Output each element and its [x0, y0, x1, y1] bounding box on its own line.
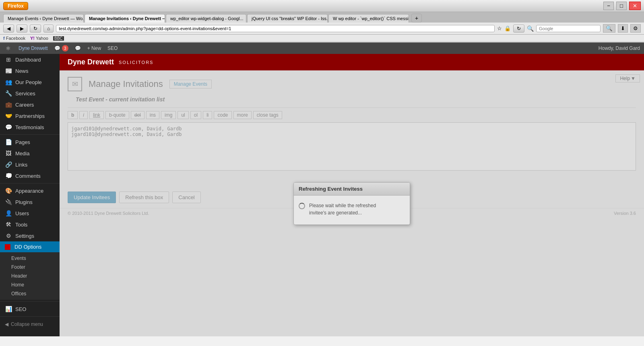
google-icon: 🔍 [527, 25, 534, 32]
close-button[interactable]: ✕ [629, 2, 641, 10]
careers-icon: 💼 [5, 101, 12, 108]
collapse-menu-button[interactable]: ◀ Collapse menu [0, 318, 60, 330]
brand-bar: Dyne Drewett SOLICITORS [60, 54, 644, 70]
users-icon: 👤 [5, 210, 12, 216]
sidebar-item-links[interactable]: 🔗 Links [0, 159, 60, 170]
comments-icon-bar[interactable]: 💬 3 [54, 45, 68, 51]
sidebar-item-partnerships[interactable]: 🤝 Partnerships [0, 110, 60, 122]
sidebar-item-services[interactable]: 🔧 Services [0, 88, 60, 99]
sidebar-sub-events[interactable]: Events [0, 254, 60, 263]
sidebar-sub-footer[interactable]: Footer [0, 263, 60, 272]
wp-admin: ⚛ Dyne Drewett 💬 3 💬 + New SEO Howdy, Da… [0, 43, 644, 336]
seo-button[interactable]: SEO [107, 45, 118, 51]
bookmark-facebook[interactable]: f Facebook [3, 36, 25, 41]
sidebar-item-our-people[interactable]: 👥 Our People [0, 76, 60, 88]
wp-sidebar: ⊞ Dashboard 📰 News 👥 Our People 🔧 Servic… [0, 54, 60, 336]
tab-label: wp_editor wp-widget-dialog - Googl... [170, 16, 244, 21]
sidebar-item-plugins[interactable]: 🔌 Plugins [0, 196, 60, 208]
bbc-icon: BBC [53, 36, 64, 41]
settings-icon: ⚙ [5, 233, 12, 239]
sidebar-item-users[interactable]: 👤 Users [0, 208, 60, 219]
reload-button[interactable]: ↻ [513, 25, 524, 33]
tab-label: Manage Invitations ‹ Dyne Drewett — ... [89, 16, 165, 21]
forward-button[interactable]: ▶ [17, 25, 27, 33]
facebook-icon: f [3, 36, 5, 41]
new-tab-button[interactable]: + [411, 14, 422, 23]
security-icon: 🔒 [504, 25, 511, 31]
sidebar-item-label: News [15, 68, 29, 74]
browser-titlebar: Firefox − □ ✕ [0, 0, 644, 12]
sidebar-item-pages[interactable]: 📄 Pages [0, 136, 60, 148]
sidebar-item-label: Pages [15, 139, 30, 145]
browser-chrome: Firefox − □ ✕ Manage Events ‹ Dyne Drewe… [0, 0, 644, 43]
sidebar-sub-offices[interactable]: Offices [0, 289, 60, 298]
tab-manage-invitations[interactable]: Manage Invitations ‹ Dyne Drewett — ... … [85, 14, 165, 23]
sidebar-item-careers[interactable]: 💼 Careers [0, 99, 60, 110]
address-input[interactable] [56, 25, 495, 32]
plugins-icon: 🔌 [5, 199, 12, 205]
search-button[interactable]: 🔍 [603, 24, 615, 33]
tab-jquery-ui[interactable]: jQuery UI css "breaks" WP Editor - Iss..… [247, 14, 328, 23]
sidebar-item-label: Comments [15, 173, 41, 179]
browser-addressbar: ◀ ▶ ↻ ⌂ ☆ 🔒 ↻ 🔍 🔍 ⬇ ⚙ [0, 23, 644, 35]
appearance-icon: 🎨 [5, 187, 12, 194]
partnerships-icon: 🤝 [5, 113, 12, 119]
sidebar-item-label: Users [15, 210, 29, 216]
maximize-button[interactable]: □ [616, 2, 627, 10]
sidebar-item-label: Media [15, 150, 29, 157]
sidebar-item-seo[interactable]: 📊 SEO [0, 303, 60, 315]
sidebar-item-tools[interactable]: 🛠 Tools [0, 219, 60, 230]
brand-subtitle: SOLICITORS [119, 60, 153, 65]
sidebar-item-dashboard[interactable]: ⊞ Dashboard [0, 54, 60, 65]
sidebar-item-appearance[interactable]: 🎨 Appearance [0, 185, 60, 196]
sidebar-item-label: Careers [15, 102, 34, 108]
firefox-button[interactable]: Firefox [3, 2, 28, 10]
bookmark-bbc[interactable]: BBC [53, 36, 64, 41]
new-button[interactable]: + New [87, 45, 101, 51]
yahoo-icon: Y! [30, 36, 35, 41]
sidebar-item-label: Tools [15, 222, 27, 228]
sidebar-sub-home[interactable]: Home [0, 280, 60, 289]
seo-icon: 📊 [5, 306, 12, 312]
toolbar-button[interactable]: ⚙ [630, 24, 641, 33]
minimize-button[interactable]: − [603, 2, 614, 10]
tab-manage-events[interactable]: Manage Events ‹ Dyne Drewett — Wo... ✕ [3, 14, 84, 23]
sidebar-item-label: Appearance [15, 188, 43, 194]
dialog-message: Please wait while the refreshed invitee'… [309, 202, 376, 216]
sidebar-item-label: Partnerships [15, 113, 45, 119]
dd-options-icon [5, 244, 10, 250]
sidebar-item-testimonials[interactable]: 💬 Testimonials [0, 122, 60, 133]
search-input[interactable] [536, 25, 601, 32]
site-name[interactable]: Dyne Drewett [19, 45, 48, 51]
wp-content-area: Dyne Drewett SOLICITORS Help ▼ ✉ Manage … [60, 54, 644, 336]
people-icon: 👥 [5, 79, 12, 85]
comments-icon: 💭 [5, 173, 12, 179]
sidebar-item-dd-options[interactable]: DD Options [0, 241, 60, 252]
loading-spinner [299, 203, 305, 209]
sidebar-item-media[interactable]: 🖼 Media [0, 148, 60, 159]
media-icon: 🖼 [5, 150, 12, 157]
sidebar-sub-header[interactable]: Header [0, 272, 60, 280]
tab-wp-editor-css[interactable]: W wp editor - `wp_editor()` CSS messing.… [328, 14, 409, 23]
sidebar-item-label: Plugins [15, 199, 33, 205]
home-button[interactable]: ⌂ [43, 25, 54, 33]
sidebar-item-label: SEO [15, 306, 26, 312]
sidebar-item-label: Settings [15, 233, 34, 239]
tab-wp-editor-dialog[interactable]: wp_editor wp-widget-dialog - Googl... ✕ [166, 14, 246, 23]
back-button[interactable]: ◀ [3, 25, 14, 33]
page-area: Help ▼ ✉ Manage Invitations Manage Event… [60, 70, 644, 336]
bookmark-yahoo[interactable]: Y! Yahoo [30, 36, 48, 41]
wp-admin-bar: ⚛ Dyne Drewett 💬 3 💬 + New SEO Howdy, Da… [0, 43, 644, 54]
testimonials-icon: 💬 [5, 124, 12, 130]
sidebar-item-settings[interactable]: ⚙ Settings [0, 230, 60, 241]
download-button[interactable]: ⬇ [618, 24, 628, 33]
tools-icon: 🛠 [5, 221, 12, 228]
sidebar-item-news[interactable]: 📰 News [0, 65, 60, 76]
brand-name: Dyne Drewett [68, 58, 114, 66]
sidebar-item-comments[interactable]: 💭 Comments [0, 170, 60, 181]
bookmark-icon: ☆ [497, 25, 502, 31]
refresh-browser-button[interactable]: ↻ [30, 25, 41, 33]
collapse-icon: ◀ [5, 321, 8, 327]
speech-icon: 💬 [75, 45, 81, 51]
collapse-label: Collapse menu [11, 321, 43, 327]
